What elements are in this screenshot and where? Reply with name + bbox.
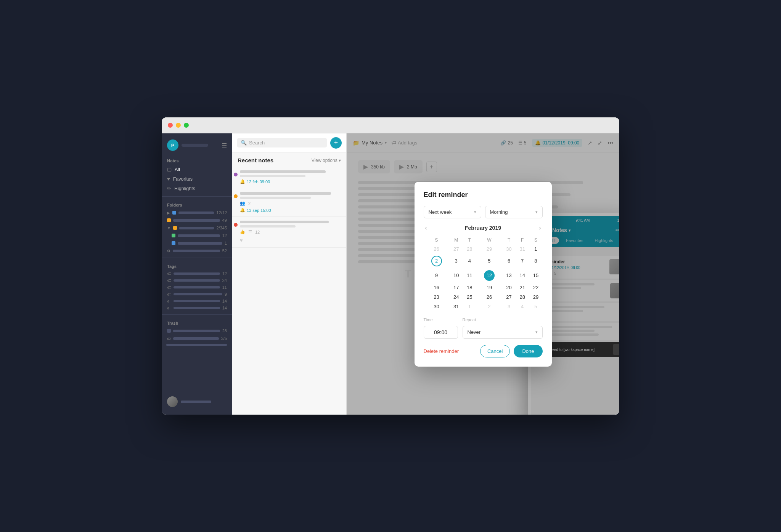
cal-day[interactable]: 4: [516, 302, 529, 311]
prev-month-button[interactable]: ‹: [424, 224, 429, 231]
done-button[interactable]: Done: [514, 345, 542, 357]
cal-day-2[interactable]: 2: [424, 254, 450, 268]
cal-day[interactable]: 29: [529, 292, 542, 302]
cal-day[interactable]: 1: [463, 302, 476, 311]
cal-day[interactable]: 30: [424, 302, 450, 311]
cal-day[interactable]: 22: [529, 283, 542, 292]
tag-item-3[interactable]: 🏷 11: [162, 284, 232, 291]
cal-day[interactable]: 29: [476, 244, 502, 254]
tag-item-5[interactable]: 🏷 14: [162, 298, 232, 304]
cal-day[interactable]: 8: [529, 254, 542, 268]
cal-day[interactable]: 1: [529, 244, 542, 254]
note-reminder-2: 🔔 13 sep 15:00: [240, 208, 341, 213]
tag-item-2[interactable]: 🏷 34: [162, 277, 232, 284]
cal-day[interactable]: 24: [450, 292, 463, 302]
repeat-chevron: ▾: [535, 330, 538, 335]
sidebar-item-all[interactable]: ▢ All: [162, 165, 232, 174]
search-box[interactable]: 🔍 Search: [237, 138, 327, 147]
note-meta-2: 👥 2: [240, 201, 341, 206]
tag-item-1[interactable]: 🏷 12: [162, 270, 232, 277]
repeat-selector[interactable]: Never ▾: [463, 326, 543, 339]
note-item-1[interactable]: 🔔 12 feb 09:00: [232, 167, 346, 188]
tag-item-4[interactable]: 🏷 9: [162, 291, 232, 298]
trash-item-3: [162, 342, 232, 348]
next-month-button[interactable]: ›: [537, 224, 542, 231]
note-item-2[interactable]: 👥 2 🔔 13 sep 15:00: [232, 188, 346, 217]
week-selector[interactable]: Next week ▾: [424, 206, 481, 218]
sidebar-profile[interactable]: P ☰: [162, 137, 232, 155]
cal-day[interactable]: 28: [463, 244, 476, 254]
traffic-lights: [168, 123, 189, 128]
view-options-button[interactable]: View options ▾: [312, 158, 341, 163]
dow-m: M: [450, 236, 463, 244]
cal-day[interactable]: 15: [529, 268, 542, 283]
time-of-day-selector[interactable]: Morning ▾: [485, 206, 543, 218]
cal-day[interactable]: 5: [476, 254, 502, 268]
highlights-icon: ✏: [167, 186, 171, 191]
folder-item-4[interactable]: 12: [162, 232, 232, 239]
minimize-button[interactable]: [176, 123, 181, 128]
cal-day[interactable]: 4: [463, 254, 476, 268]
folder-item-5[interactable]: 1: [162, 239, 232, 247]
cal-day[interactable]: 26: [476, 292, 502, 302]
like-icon: 👍: [240, 229, 245, 234]
note-item-3[interactable]: 👍 ☰ 12 ♥: [232, 217, 346, 248]
selected-day-wrap: 12: [484, 270, 495, 281]
cal-day[interactable]: 18: [463, 283, 476, 292]
cal-day[interactable]: 27: [450, 244, 463, 254]
cal-day[interactable]: 30: [502, 244, 516, 254]
reminder-date-2: 13 sep 15:00: [247, 208, 271, 213]
cal-day[interactable]: 2: [476, 302, 502, 311]
maximize-button[interactable]: [184, 123, 189, 128]
cal-day[interactable]: 26: [424, 244, 450, 254]
cal-day[interactable]: 7: [516, 254, 529, 268]
cal-day[interactable]: 11: [463, 268, 476, 283]
cal-day-12[interactable]: 12: [476, 268, 502, 283]
cal-day[interactable]: 28: [516, 292, 529, 302]
cal-day[interactable]: 23: [424, 292, 450, 302]
hamburger-icon[interactable]: ☰: [222, 142, 227, 149]
sidebar-item-favorites[interactable]: ♥ Favorites: [162, 174, 232, 184]
trash-item-2[interactable]: 🏷 3/5: [162, 335, 232, 342]
all-icon: ▢: [167, 167, 172, 172]
divider-1: [162, 196, 232, 197]
cal-day[interactable]: 16: [424, 283, 450, 292]
sidebar-item-highlights[interactable]: ✏ Highlights: [162, 184, 232, 193]
folder-item-1[interactable]: ▶ 12/12: [162, 209, 232, 216]
close-button[interactable]: [168, 123, 173, 128]
folder-item-3[interactable]: ▼ 2/345: [162, 224, 232, 232]
delete-reminder-button[interactable]: Delete reminder: [424, 348, 459, 354]
cal-day[interactable]: 5: [529, 302, 542, 311]
cal-day[interactable]: 27: [502, 292, 516, 302]
trash-item-1[interactable]: 28: [162, 327, 232, 335]
cal-day[interactable]: 9: [424, 268, 450, 283]
cal-week-1: 26 27 28 29 30 31 1: [424, 244, 543, 254]
cal-day[interactable]: 3: [502, 302, 516, 311]
cal-day[interactable]: 17: [450, 283, 463, 292]
cal-day[interactable]: 19: [476, 283, 502, 292]
folder-item-2[interactable]: 49: [162, 216, 232, 224]
dow-t1: T: [463, 236, 476, 244]
cal-day[interactable]: 13: [502, 268, 516, 283]
dialog-overlay: Edit reminder Next week ▾ Morning ▾: [347, 133, 619, 415]
calendar: ‹ February 2019 › S M T W: [424, 224, 543, 311]
cal-day[interactable]: 10: [450, 268, 463, 283]
cal-day[interactable]: 31: [450, 302, 463, 311]
action-buttons: Cancel Done: [480, 345, 543, 357]
cal-day[interactable]: 21: [516, 283, 529, 292]
add-note-button[interactable]: +: [330, 137, 342, 149]
cal-day[interactable]: 14: [516, 268, 529, 283]
tag-item-6[interactable]: 🏷 14: [162, 304, 232, 311]
note-dot-2: [234, 194, 238, 198]
time-input[interactable]: [424, 326, 458, 339]
dow-w: W: [476, 236, 502, 244]
cancel-button[interactable]: Cancel: [480, 345, 510, 357]
week-chevron: ▾: [474, 210, 476, 215]
dow-s1: S: [424, 236, 450, 244]
cal-day[interactable]: 3: [450, 254, 463, 268]
cal-day[interactable]: 6: [502, 254, 516, 268]
cal-day[interactable]: 31: [516, 244, 529, 254]
folder-item-6[interactable]: ⚙ 52: [162, 247, 232, 255]
cal-day[interactable]: 20: [502, 283, 516, 292]
cal-day[interactable]: 25: [463, 292, 476, 302]
